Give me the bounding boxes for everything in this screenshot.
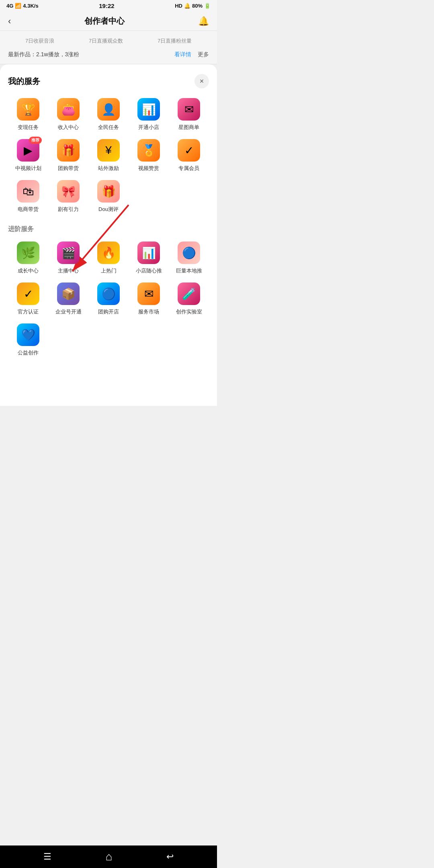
stat-audio: 7日收获音浪 — [25, 37, 54, 45]
service-icon-guanfang: ✓ — [17, 283, 39, 305]
service-icon-xiaodian: 📊 — [137, 242, 160, 264]
service-item-qiye[interactable]: 📦企业号开通 — [48, 283, 88, 315]
service-item-zhuanshu[interactable]: ✓专属会员 — [169, 139, 209, 172]
service-icon-fuwu: ✉ — [137, 283, 160, 305]
panel-title: 我的服务 — [8, 76, 40, 87]
latest-work-actions: 看详情 更多 — [174, 51, 209, 58]
stats-row: 7日收获音浪 7日直播观众数 7日直播粉丝量 — [8, 37, 209, 45]
service-item-guanfang[interactable]: ✓官方认证 — [8, 283, 48, 315]
service-icon-dianshang: 🛍 — [17, 180, 39, 203]
service-item-chuangzuo[interactable]: 🧪创作实验室 — [169, 283, 209, 315]
service-label-quanmin: 全民任务 — [98, 124, 119, 131]
service-icon-zhanzhuji: ¥ — [97, 139, 120, 162]
service-icon-xingtu: ✉ — [178, 98, 200, 121]
battery-icon: 🔋 — [204, 3, 211, 9]
service-icon-biandian: 🏆 — [17, 98, 39, 121]
service-icon-kaitong: 📊 — [137, 98, 160, 121]
main-panel: 我的服务 × 🏆变现任务👛收入中心👤全民任务📊开通小店✉星图商单▶推荐中视频计划… — [0, 64, 217, 406]
battery-label: 80% — [192, 3, 203, 9]
latest-work-row: 最新作品：2.1w播放，3涨粉 看详情 更多 — [8, 49, 209, 60]
wifi-icon: 🔔 — [184, 3, 190, 9]
service-label-guanfang: 官方认证 — [18, 308, 39, 315]
service-label-shipin: 视频赞赏 — [138, 165, 159, 172]
advanced-section-title: 进阶服务 — [8, 225, 209, 233]
service-label-dianshang: 电商带货 — [18, 206, 39, 213]
badge-zhongshipin: 推荐 — [29, 137, 42, 144]
service-label-xingtu: 星图商单 — [178, 124, 199, 131]
detail-link[interactable]: 看详情 — [174, 51, 191, 58]
service-label-reshang: 上热门 — [101, 267, 117, 274]
service-icon-qiye: 📦 — [57, 283, 80, 305]
service-label-kaitong: 开通小店 — [138, 124, 159, 131]
panel-header: 我的服务 × — [8, 74, 209, 88]
service-label-juyou: 剧有引力 — [58, 206, 79, 213]
service-item-quanmin[interactable]: 👤全民任务 — [88, 98, 129, 131]
service-item-shouru[interactable]: 👛收入中心 — [48, 98, 88, 131]
service-label-tuangoudian: 团购开店 — [98, 308, 119, 315]
service-label-qiye: 企业号开通 — [55, 308, 82, 315]
service-icon-shipin: 🏅 — [137, 139, 160, 162]
stat-fans: 7日直播粉丝量 — [158, 37, 192, 45]
service-item-juliang[interactable]: 🔵巨量本地推 — [169, 242, 209, 274]
time-label: 19:22 — [99, 2, 114, 9]
service-label-chengzhang: 成长中心 — [18, 267, 39, 274]
stat-audience: 7日直播观众数 — [89, 37, 123, 45]
service-label-fuwu: 服务市场 — [138, 308, 159, 315]
service-icon-zhongshipin: ▶推荐 — [17, 139, 39, 162]
service-item-reshang[interactable]: 🔥上热门 — [88, 242, 129, 274]
service-icon-dou: 🎁 — [97, 180, 120, 203]
services-grid: 🏆变现任务👛收入中心👤全民任务📊开通小店✉星图商单▶推荐中视频计划🎁团购带货¥站… — [8, 98, 209, 213]
service-item-chengzhang[interactable]: 🌿成长中心 — [8, 242, 48, 274]
service-item-dou[interactable]: 🎁Dou测评 — [88, 180, 129, 213]
service-icon-quanmin: 👤 — [97, 98, 120, 121]
page-title: 创作者中心 — [84, 16, 125, 27]
network-label: 4G — [6, 3, 13, 9]
top-banner: 7日收获音浪 7日直播观众数 7日直播粉丝量 最新作品：2.1w播放，3涨粉 看… — [0, 31, 217, 64]
service-label-shouru: 收入中心 — [58, 124, 79, 131]
service-label-chuangzuo: 创作实验室 — [176, 308, 202, 315]
service-item-dianshang[interactable]: 🛍电商带货 — [8, 180, 48, 213]
service-item-kaitong[interactable]: 📊开通小店 — [129, 98, 169, 131]
back-button[interactable]: ‹ — [8, 16, 11, 27]
close-button[interactable]: × — [194, 74, 209, 88]
service-label-gongyi: 公益创作 — [18, 349, 39, 356]
speed-label: 4.3K/s — [23, 3, 38, 9]
service-item-gongyi[interactable]: 💙公益创作 — [8, 323, 48, 356]
service-item-xiaodian[interactable]: 📊小店随心推 — [129, 242, 169, 274]
notification-button[interactable]: 🔔 — [198, 16, 209, 27]
service-label-zhongshipin: 中视频计划 — [15, 165, 41, 172]
service-label-juliang: 巨量本地推 — [176, 267, 202, 274]
service-item-zhongshipin[interactable]: ▶推荐中视频计划 — [8, 139, 48, 172]
service-item-zhubo[interactable]: 🎬主播中心 — [48, 242, 88, 274]
service-item-shipin[interactable]: 🏅视频赞赏 — [129, 139, 169, 172]
service-label-dou: Dou测评 — [98, 206, 119, 213]
service-icon-reshang: 🔥 — [97, 242, 120, 264]
nav-bar: ‹ 创作者中心 🔔 — [0, 12, 217, 31]
service-label-tuangou: 团购带货 — [58, 165, 79, 172]
service-icon-zhubo: 🎬 — [57, 242, 80, 264]
advanced-grid: 🌿成长中心🎬主播中心🔥上热门📊小店随心推🔵巨量本地推✓官方认证📦企业号开通🔵团购… — [8, 242, 209, 356]
service-icon-tuangou: 🎁 — [57, 139, 80, 162]
service-label-xiaodian: 小店随心推 — [136, 267, 162, 274]
service-label-zhubo: 主播中心 — [58, 267, 79, 274]
service-icon-shouru: 👛 — [57, 98, 80, 121]
hd-label: HD — [175, 3, 182, 9]
service-label-zhuanshu: 专属会员 — [178, 165, 199, 172]
more-link[interactable]: 更多 — [198, 51, 209, 58]
service-item-juyou[interactable]: 🎀剧有引力 — [48, 180, 88, 213]
service-item-zhanzhuji[interactable]: ¥站外激励 — [88, 139, 129, 172]
service-item-fuwu[interactable]: ✉服务市场 — [129, 283, 169, 315]
latest-work-text: 最新作品：2.1w播放，3涨粉 — [8, 51, 79, 58]
service-icon-juyou: 🎀 — [57, 180, 80, 203]
service-icon-chuangzuo: 🧪 — [178, 283, 200, 305]
service-item-biandian[interactable]: 🏆变现任务 — [8, 98, 48, 131]
signal-icon: 📶 — [15, 3, 21, 9]
service-label-zhanzhuji: 站外激励 — [98, 165, 119, 172]
service-item-tuangou[interactable]: 🎁团购带货 — [48, 139, 88, 172]
service-item-tuangoudian[interactable]: 🔵团购开店 — [88, 283, 129, 315]
service-icon-tuangoudian: 🔵 — [97, 283, 120, 305]
status-bar: 4G 📶 4.3K/s 19:22 HD 🔔 80% 🔋 — [0, 0, 217, 12]
service-icon-chengzhang: 🌿 — [17, 242, 39, 264]
service-item-xingtu[interactable]: ✉星图商单 — [169, 98, 209, 131]
status-right: HD 🔔 80% 🔋 — [175, 3, 211, 9]
